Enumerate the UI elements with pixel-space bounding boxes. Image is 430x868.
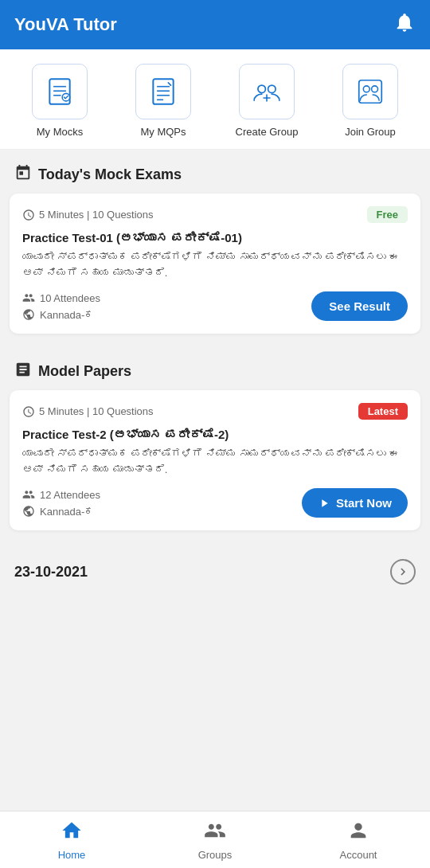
nav-home-label: Home (58, 849, 86, 861)
account-icon (347, 819, 369, 847)
see-result-button[interactable]: See Result (311, 291, 408, 321)
app-header: YouVA Tutor (0, 0, 430, 49)
join-group-label: Join Group (345, 126, 396, 138)
date-next-button[interactable] (390, 559, 416, 585)
model-paper-latest-badge: Latest (358, 403, 408, 420)
start-now-label: Start Now (336, 496, 392, 510)
my-mocks-label: My Mocks (37, 126, 84, 138)
date-text: 23-10-2021 (14, 564, 88, 581)
notification-bell-icon[interactable] (393, 11, 416, 39)
nav-groups[interactable]: Groups (167, 819, 263, 861)
today-mock-exams-header: Today's Mock Exams (0, 150, 430, 194)
papers-icon (14, 361, 32, 382)
model-paper-card-footer: 12 Attendees Kannada-ಕ Start Now (22, 488, 408, 518)
model-paper-meta-text: 5 Minutes | 10 Questions (39, 405, 154, 417)
app-title: YouVA Tutor (14, 14, 117, 35)
create-group-icon-box (239, 64, 295, 119)
nav-groups-label: Groups (198, 849, 233, 861)
today-mock-exams-title: Today's Mock Exams (38, 166, 182, 183)
mock-exam-card-meta: 5 Minutes | 10 Questions Free (22, 206, 408, 223)
action-join-group[interactable]: Join Group (326, 64, 414, 138)
mock-exam-title: Practice Test-01 (ಅಭ್ಯಾಸ ಪರೀಕ್ಷೆ-01) (22, 231, 408, 244)
groups-icon (204, 819, 226, 847)
model-paper-card: 5 Minutes | 10 Questions Latest Practice… (10, 390, 420, 530)
my-mqps-icon-box (135, 64, 191, 119)
mock-exam-attendees: 10 Attendees (40, 292, 100, 304)
mock-exam-card: 5 Minutes | 10 Questions Free Practice T… (10, 194, 420, 334)
svg-point-16 (363, 86, 369, 92)
model-paper-attendees: 12 Attendees (40, 489, 100, 501)
model-paper-title: Practice Test-2 (ಅಭ್ಯಾಸ ಪರೀಕ್ಷೆ-2) (22, 428, 408, 441)
mock-exam-card-footer: 10 Attendees Kannada-ಕ See Result (22, 291, 408, 321)
svg-point-11 (268, 85, 276, 93)
join-group-icon-box (342, 64, 398, 119)
my-mqps-label: My MQPs (140, 126, 186, 138)
model-paper-language: Kannada-ಕ (40, 506, 94, 518)
create-group-label: Create Group (236, 126, 299, 138)
home-icon (61, 819, 83, 847)
quick-actions-bar: My Mocks My MQPs (0, 49, 430, 150)
svg-point-17 (372, 86, 378, 92)
action-my-mqps[interactable]: My MQPs (119, 64, 207, 138)
my-mocks-icon-box (32, 64, 88, 119)
action-create-group[interactable]: Create Group (223, 64, 311, 138)
mock-exam-desc: ಯಾವುದೇ ಸ್ಪರ್ಧಾತ್ಮಕ ಪರೀಕ್ಷೆಗಳಿಗೆ ನಿಮ್ಮ ಸಾ… (22, 249, 408, 280)
start-now-button[interactable]: Start Now (302, 488, 408, 518)
model-papers-header: Model Papers (0, 346, 430, 390)
bottom-navigation: Home Groups Account (0, 811, 430, 868)
model-papers-title: Model Papers (38, 363, 131, 380)
nav-account-label: Account (340, 849, 377, 861)
model-paper-desc: ಯಾವುದೇ ಸ್ಪರ್ಧಾತ್ಮಕ ಪರೀಕ್ಷೆಗಳಿಗೆ ನಿಮ್ಮ ಸಾ… (22, 446, 408, 477)
mock-exam-meta-text: 5 Minutes | 10 Questions (39, 209, 154, 221)
svg-rect-15 (359, 80, 382, 104)
model-paper-card-meta: 5 Minutes | 10 Questions Latest (22, 403, 408, 420)
action-my-mocks[interactable]: My Mocks (16, 64, 104, 138)
mock-exam-language: Kannada-ಕ (40, 309, 94, 321)
svg-point-10 (258, 85, 266, 93)
date-row: 23-10-2021 (0, 543, 430, 600)
calendar-icon (14, 164, 32, 186)
nav-account[interactable]: Account (311, 819, 406, 861)
nav-home[interactable]: Home (24, 819, 119, 861)
mock-exam-free-badge: Free (367, 206, 408, 223)
